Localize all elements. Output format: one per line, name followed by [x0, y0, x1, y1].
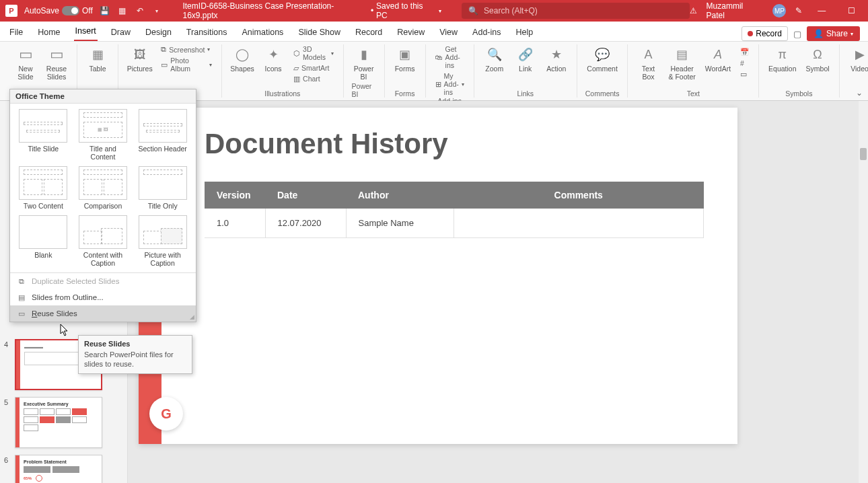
tab-draw[interactable]: Draw	[110, 24, 132, 41]
share-button[interactable]: 👤 Share ▾	[807, 26, 860, 41]
photo-album-icon: ▭	[161, 61, 168, 69]
layout-comparison[interactable]: Comparison	[77, 166, 130, 210]
slide-logo-circle: G	[149, 397, 183, 431]
store-icon: 🛍	[435, 53, 443, 61]
textbox-icon: A	[639, 46, 657, 63]
title-dropdown-icon[interactable]: ▾	[439, 8, 441, 14]
layout-title-only[interactable]: Title Only	[136, 166, 189, 210]
icons-icon: ✦	[264, 46, 283, 63]
present-icon[interactable]: ▦	[117, 5, 128, 16]
maximize-button[interactable]: ☐	[841, 0, 861, 22]
table-button[interactable]: ▦ Table	[85, 44, 110, 74]
autosave-toggle[interactable]: AutoSave Off	[24, 6, 93, 15]
screenshot-button[interactable]: ⧉Screenshot▾	[159, 44, 213, 54]
get-addins-button[interactable]: 🛍Get Add-ins	[434, 44, 466, 70]
slide-thumb-5[interactable]: Executive Summary	[15, 397, 102, 448]
textbox-button[interactable]: AText Box	[636, 44, 660, 82]
headerfooter-icon: ▤	[673, 46, 692, 63]
shapes-button[interactable]: ◯Shapes	[230, 44, 254, 74]
th-version: Version	[205, 182, 265, 209]
tab-record[interactable]: Record	[354, 24, 384, 41]
3d-icon: ⬡	[293, 49, 300, 57]
layout-blank[interactable]: Blank	[17, 215, 70, 267]
search-box[interactable]: 🔍	[462, 3, 690, 19]
slide-thumb-6[interactable]: Problem Statement 65%	[15, 455, 102, 483]
equation-button[interactable]: πEquation	[767, 44, 797, 74]
gallery-theme-header: Office Theme	[10, 89, 196, 104]
my-addins-button[interactable]: ⊞My Add-ins▾	[434, 71, 466, 97]
layout-section-header[interactable]: Section Header	[136, 109, 189, 161]
scrollbar-thumb[interactable]	[860, 148, 867, 160]
tab-review[interactable]: Review	[396, 24, 426, 41]
3dmodels-button[interactable]: ⬡3D Models▾	[292, 44, 334, 62]
smartart-button[interactable]: ▱SmartArt	[292, 63, 334, 73]
addins-icon: ⊞	[435, 80, 441, 88]
layout-two-content[interactable]: Two Content	[17, 166, 70, 210]
link-button[interactable]: 🔗Link	[513, 44, 538, 74]
user-avatar[interactable]: MP	[772, 4, 786, 17]
tab-addins[interactable]: Add-ins	[471, 24, 502, 41]
photo-album-button[interactable]: ▭Photo Album▾	[159, 56, 213, 73]
object-button[interactable]: ▭	[739, 69, 750, 79]
search-input[interactable]	[484, 6, 683, 15]
zoom-button[interactable]: 🔍Zoom	[482, 44, 507, 74]
tab-file[interactable]: File	[8, 24, 24, 41]
reuse-slides-button[interactable]: ▭ Reuse Slides	[44, 44, 69, 82]
tab-transitions[interactable]: Transitions	[185, 24, 229, 41]
layout-picture-caption[interactable]: Picture with Caption	[136, 215, 189, 267]
tooltip-title: Reuse Slides	[84, 340, 186, 348]
video-button[interactable]: ▶Video	[848, 44, 868, 74]
tab-home[interactable]: Home	[36, 24, 61, 41]
record-button[interactable]: Record	[742, 26, 788, 41]
chart-button[interactable]: ▥Chart	[292, 74, 334, 83]
object-icon: ▭	[740, 70, 747, 78]
save-icon[interactable]: 💾	[100, 5, 110, 16]
new-slide-icon: ▭	[16, 46, 35, 63]
smartart-icon: ▱	[293, 64, 299, 72]
slide-number: 6	[4, 455, 11, 464]
powerbi-icon: ▮	[355, 46, 373, 63]
pictures-button[interactable]: 🖼 Pictures	[126, 44, 153, 74]
resize-grip-icon[interactable]: ◢	[190, 313, 194, 320]
slidenum-button[interactable]: #	[739, 59, 750, 68]
qat-dropdown-icon[interactable]: ▾	[152, 5, 163, 16]
pen-icon[interactable]: ✎	[795, 6, 802, 15]
menu-slides-from-outline[interactable]: ▤ Slides from Outline...	[10, 289, 196, 305]
zoom-icon: 🔍	[485, 46, 504, 63]
layout-title-slide[interactable]: Title Slide	[17, 109, 70, 161]
powerbi-button[interactable]: ▮Power BI	[352, 44, 376, 82]
wordart-button[interactable]: AWordArt	[704, 44, 732, 74]
action-button[interactable]: ★Action	[544, 44, 569, 74]
slide-canvas-area: Document History Version Date Author Com…	[128, 101, 868, 483]
comment-button[interactable]: 💬Comment	[585, 44, 619, 74]
user-name[interactable]: Muzammil Patel	[707, 1, 764, 20]
td-author: Sample Name	[346, 209, 454, 238]
slide-canvas[interactable]: Document History Version Date Author Com…	[139, 108, 737, 444]
headerfooter-button[interactable]: ▤Header & Footer	[667, 44, 696, 82]
tab-slideshow[interactable]: Slide Show	[297, 24, 342, 41]
tab-insert[interactable]: Insert	[74, 22, 98, 41]
minimize-button[interactable]: ―	[811, 0, 832, 22]
ribbon-tabs: File Home Insert Draw Design Transitions…	[0, 22, 868, 42]
symbol-button[interactable]: ΩSymbol	[805, 44, 831, 74]
new-slide-button[interactable]: ▭ New Slide	[13, 44, 38, 82]
td-comments	[454, 209, 704, 238]
wordart-icon: A	[709, 46, 727, 63]
tab-design[interactable]: Design	[144, 24, 173, 41]
slide-number: 5	[4, 397, 11, 406]
document-title: ItemID-6658-Business Case Presentation-1…	[182, 1, 367, 20]
collapse-ribbon-icon[interactable]: ⌄	[856, 88, 863, 98]
present-mode-icon[interactable]: ▢	[793, 29, 801, 39]
icons-button[interactable]: ✦Icons	[261, 44, 285, 74]
forms-button[interactable]: ▣Forms	[393, 44, 417, 74]
tab-help[interactable]: Help	[514, 24, 534, 41]
layout-title-content[interactable]: ▦ 🖼 Title and Content	[77, 109, 130, 161]
date-button[interactable]: 📅	[739, 47, 750, 57]
tab-view[interactable]: View	[438, 24, 459, 41]
layout-content-caption[interactable]: Content with Caption	[77, 215, 130, 267]
td-date: 12.07.2020	[265, 209, 346, 238]
menu-reuse-slides[interactable]: ▭ Reuse Slides ◢	[10, 305, 196, 322]
undo-icon[interactable]: ↶	[135, 5, 145, 16]
vertical-scrollbar[interactable]	[859, 101, 868, 483]
tab-animations[interactable]: Animations	[241, 24, 285, 41]
